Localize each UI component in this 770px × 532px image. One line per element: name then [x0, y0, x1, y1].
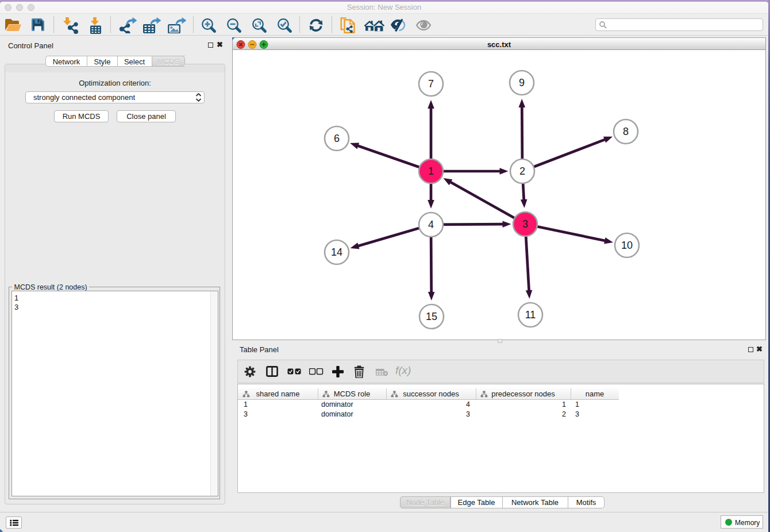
- svg-text:1: 1: [428, 165, 434, 177]
- svg-text:9: 9: [519, 77, 525, 88]
- svg-text:2: 2: [519, 165, 525, 177]
- svg-text:3: 3: [522, 218, 528, 230]
- svg-text:11: 11: [525, 309, 536, 321]
- svg-text:6: 6: [334, 133, 340, 144]
- svg-text:14: 14: [331, 246, 342, 258]
- svg-text:10: 10: [621, 240, 633, 251]
- svg-text:15: 15: [426, 311, 437, 322]
- svg-text:7: 7: [428, 78, 434, 90]
- svg-text:8: 8: [623, 126, 629, 137]
- svg-text:4: 4: [428, 219, 434, 230]
